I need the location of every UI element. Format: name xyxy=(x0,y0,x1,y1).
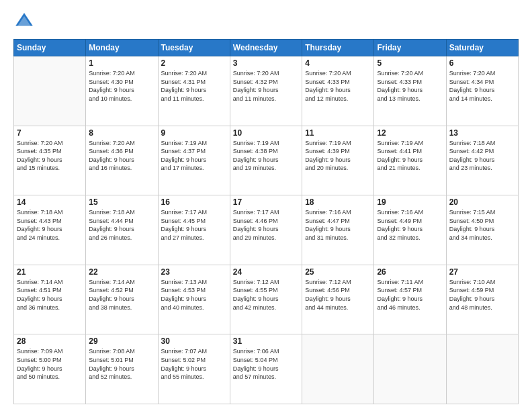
calendar-cell: 17Sunrise: 7:17 AMSunset: 4:46 PMDayligh… xyxy=(230,195,302,265)
day-info: Sunrise: 7:16 AMSunset: 4:47 PMDaylight:… xyxy=(305,208,371,242)
calendar-cell: 11Sunrise: 7:19 AMSunset: 4:39 PMDayligh… xyxy=(302,126,374,195)
logo-icon xyxy=(13,11,35,32)
day-number: 19 xyxy=(377,197,443,207)
day-number: 13 xyxy=(449,128,515,138)
day-info: Sunrise: 7:06 AMSunset: 5:04 PMDaylight:… xyxy=(233,347,299,381)
calendar-cell: 4Sunrise: 7:20 AMSunset: 4:33 PMDaylight… xyxy=(302,56,374,126)
day-info: Sunrise: 7:18 AMSunset: 4:42 PMDaylight:… xyxy=(449,139,515,173)
day-info: Sunrise: 7:14 AMSunset: 4:51 PMDaylight:… xyxy=(17,278,83,312)
calendar-cell xyxy=(446,334,518,404)
calendar-cell: 19Sunrise: 7:16 AMSunset: 4:49 PMDayligh… xyxy=(374,195,446,265)
calendar-day-header: Thursday xyxy=(302,40,374,56)
day-number: 21 xyxy=(17,267,83,277)
calendar-cell: 5Sunrise: 7:20 AMSunset: 4:33 PMDaylight… xyxy=(374,56,446,126)
day-info: Sunrise: 7:09 AMSunset: 5:00 PMDaylight:… xyxy=(17,347,83,381)
day-number: 28 xyxy=(17,336,83,346)
calendar-header-row: SundayMondayTuesdayWednesdayThursdayFrid… xyxy=(14,40,519,56)
day-info: Sunrise: 7:07 AMSunset: 5:02 PMDaylight:… xyxy=(161,347,227,381)
calendar-table: SundayMondayTuesdayWednesdayThursdayFrid… xyxy=(13,39,519,404)
calendar-cell xyxy=(302,334,374,404)
calendar-cell: 24Sunrise: 7:12 AMSunset: 4:55 PMDayligh… xyxy=(230,265,302,334)
day-info: Sunrise: 7:20 AMSunset: 4:32 PMDaylight:… xyxy=(233,69,299,103)
calendar-day-header: Monday xyxy=(86,40,158,56)
day-number: 9 xyxy=(161,128,227,138)
day-info: Sunrise: 7:13 AMSunset: 4:53 PMDaylight:… xyxy=(161,278,227,312)
day-number: 4 xyxy=(305,58,371,68)
calendar-cell: 12Sunrise: 7:19 AMSunset: 4:41 PMDayligh… xyxy=(374,126,446,195)
day-number: 5 xyxy=(377,58,443,68)
calendar-cell: 15Sunrise: 7:18 AMSunset: 4:44 PMDayligh… xyxy=(86,195,158,265)
day-number: 22 xyxy=(89,267,154,277)
calendar-day-header: Friday xyxy=(374,40,446,56)
day-info: Sunrise: 7:18 AMSunset: 4:44 PMDaylight:… xyxy=(89,208,154,242)
calendar-cell xyxy=(374,334,446,404)
day-number: 2 xyxy=(161,58,227,68)
calendar-cell: 26Sunrise: 7:11 AMSunset: 4:57 PMDayligh… xyxy=(374,265,446,334)
day-info: Sunrise: 7:19 AMSunset: 4:37 PMDaylight:… xyxy=(161,139,227,173)
day-info: Sunrise: 7:11 AMSunset: 4:57 PMDaylight:… xyxy=(377,278,443,312)
day-info: Sunrise: 7:12 AMSunset: 4:55 PMDaylight:… xyxy=(233,278,299,312)
day-number: 12 xyxy=(377,128,443,138)
day-number: 23 xyxy=(161,267,227,277)
day-info: Sunrise: 7:18 AMSunset: 4:43 PMDaylight:… xyxy=(17,208,83,242)
day-number: 1 xyxy=(89,58,154,68)
day-number: 24 xyxy=(233,267,299,277)
calendar-cell: 18Sunrise: 7:16 AMSunset: 4:47 PMDayligh… xyxy=(302,195,374,265)
day-number: 10 xyxy=(233,128,299,138)
calendar-cell: 27Sunrise: 7:10 AMSunset: 4:59 PMDayligh… xyxy=(446,265,518,334)
day-number: 25 xyxy=(305,267,371,277)
calendar-cell: 23Sunrise: 7:13 AMSunset: 4:53 PMDayligh… xyxy=(158,265,230,334)
calendar-cell: 2Sunrise: 7:20 AMSunset: 4:31 PMDaylight… xyxy=(158,56,230,126)
day-number: 15 xyxy=(89,197,154,207)
day-number: 8 xyxy=(89,128,154,138)
logo xyxy=(13,11,38,32)
day-number: 3 xyxy=(233,58,299,68)
day-info: Sunrise: 7:20 AMSunset: 4:33 PMDaylight:… xyxy=(305,69,371,103)
calendar-cell xyxy=(14,56,86,126)
day-number: 16 xyxy=(161,197,227,207)
calendar-cell: 22Sunrise: 7:14 AMSunset: 4:52 PMDayligh… xyxy=(86,265,158,334)
day-info: Sunrise: 7:08 AMSunset: 5:01 PMDaylight:… xyxy=(89,347,154,381)
calendar-cell: 8Sunrise: 7:20 AMSunset: 4:36 PMDaylight… xyxy=(86,126,158,195)
day-info: Sunrise: 7:19 AMSunset: 4:41 PMDaylight:… xyxy=(377,139,443,173)
page: SundayMondayTuesdayWednesdayThursdayFrid… xyxy=(0,0,532,411)
header xyxy=(13,11,519,32)
calendar-cell: 9Sunrise: 7:19 AMSunset: 4:37 PMDaylight… xyxy=(158,126,230,195)
calendar-cell: 16Sunrise: 7:17 AMSunset: 4:45 PMDayligh… xyxy=(158,195,230,265)
day-info: Sunrise: 7:19 AMSunset: 4:38 PMDaylight:… xyxy=(233,139,299,173)
day-number: 6 xyxy=(449,58,515,68)
day-number: 29 xyxy=(89,336,154,346)
calendar-cell: 29Sunrise: 7:08 AMSunset: 5:01 PMDayligh… xyxy=(86,334,158,404)
calendar-week-row: 28Sunrise: 7:09 AMSunset: 5:00 PMDayligh… xyxy=(14,334,519,404)
day-info: Sunrise: 7:14 AMSunset: 4:52 PMDaylight:… xyxy=(89,278,154,312)
day-number: 14 xyxy=(17,197,83,207)
calendar-cell: 13Sunrise: 7:18 AMSunset: 4:42 PMDayligh… xyxy=(446,126,518,195)
day-info: Sunrise: 7:20 AMSunset: 4:31 PMDaylight:… xyxy=(161,69,227,103)
day-info: Sunrise: 7:20 AMSunset: 4:36 PMDaylight:… xyxy=(89,139,154,173)
day-info: Sunrise: 7:19 AMSunset: 4:39 PMDaylight:… xyxy=(305,139,371,173)
calendar-day-header: Sunday xyxy=(14,40,86,56)
calendar-week-row: 1Sunrise: 7:20 AMSunset: 4:30 PMDaylight… xyxy=(14,56,519,126)
calendar-week-row: 7Sunrise: 7:20 AMSunset: 4:35 PMDaylight… xyxy=(14,126,519,195)
calendar-cell: 25Sunrise: 7:12 AMSunset: 4:56 PMDayligh… xyxy=(302,265,374,334)
calendar-cell: 28Sunrise: 7:09 AMSunset: 5:00 PMDayligh… xyxy=(14,334,86,404)
calendar-week-row: 21Sunrise: 7:14 AMSunset: 4:51 PMDayligh… xyxy=(14,265,519,334)
calendar-cell: 21Sunrise: 7:14 AMSunset: 4:51 PMDayligh… xyxy=(14,265,86,334)
day-info: Sunrise: 7:17 AMSunset: 4:46 PMDaylight:… xyxy=(233,208,299,242)
calendar-cell: 14Sunrise: 7:18 AMSunset: 4:43 PMDayligh… xyxy=(14,195,86,265)
calendar-cell: 6Sunrise: 7:20 AMSunset: 4:34 PMDaylight… xyxy=(446,56,518,126)
day-info: Sunrise: 7:10 AMSunset: 4:59 PMDaylight:… xyxy=(449,278,515,312)
day-info: Sunrise: 7:20 AMSunset: 4:33 PMDaylight:… xyxy=(377,69,443,103)
day-number: 17 xyxy=(233,197,299,207)
day-info: Sunrise: 7:20 AMSunset: 4:30 PMDaylight:… xyxy=(89,69,154,103)
calendar-cell: 1Sunrise: 7:20 AMSunset: 4:30 PMDaylight… xyxy=(86,56,158,126)
day-info: Sunrise: 7:20 AMSunset: 4:34 PMDaylight:… xyxy=(449,69,515,103)
day-number: 20 xyxy=(449,197,515,207)
calendar-cell: 30Sunrise: 7:07 AMSunset: 5:02 PMDayligh… xyxy=(158,334,230,404)
day-info: Sunrise: 7:17 AMSunset: 4:45 PMDaylight:… xyxy=(161,208,227,242)
calendar-cell: 31Sunrise: 7:06 AMSunset: 5:04 PMDayligh… xyxy=(230,334,302,404)
calendar-cell: 10Sunrise: 7:19 AMSunset: 4:38 PMDayligh… xyxy=(230,126,302,195)
calendar-day-header: Tuesday xyxy=(158,40,230,56)
day-number: 27 xyxy=(449,267,515,277)
calendar-day-header: Wednesday xyxy=(230,40,302,56)
